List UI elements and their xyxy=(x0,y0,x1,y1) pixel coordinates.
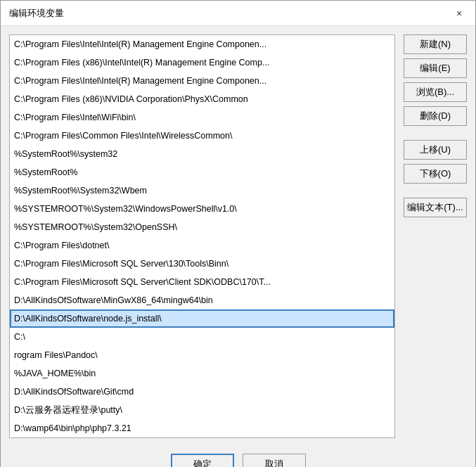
list-item[interactable]: %JAVA_HOME%\bin xyxy=(10,364,394,383)
list-item[interactable]: %SystemRoot%\System32\Wbem xyxy=(10,181,394,200)
dialog-body: C:\Program Files\Intel\Intel(R) Manageme… xyxy=(1,26,475,447)
dialog-title: 编辑环境变量 xyxy=(9,7,64,20)
move-down-button[interactable]: 下移(O) xyxy=(404,164,467,184)
close-button[interactable]: × xyxy=(451,6,467,21)
list-item[interactable]: C:\Program Files (x86)\NVIDIA Corporatio… xyxy=(10,90,394,108)
edit-text-button[interactable]: 编辑文本(T)... xyxy=(404,198,467,217)
title-bar: 编辑环境变量 × xyxy=(1,1,475,26)
browse-button[interactable]: 浏览(B)... xyxy=(404,82,467,102)
dialog-footer: 确定 取消 xyxy=(1,447,475,467)
env-list-container: C:\Program Files\Intel\Intel(R) Manageme… xyxy=(9,34,395,438)
edit-env-dialog: 编辑环境变量 × C:\Program Files\Intel\Intel(R)… xyxy=(0,0,476,467)
ok-button[interactable]: 确定 xyxy=(171,454,234,467)
list-item[interactable]: %SystemRoot% xyxy=(10,163,394,181)
move-up-button[interactable]: 上移(U) xyxy=(404,140,467,160)
list-item[interactable]: C:\ xyxy=(10,328,394,346)
list-item[interactable]: %SystemRoot%\system32 xyxy=(10,145,394,163)
list-item[interactable]: %SYSTEMROOT%\System32\WindowsPowerShell\… xyxy=(10,200,394,218)
list-item[interactable]: %SYSTEMROOT%\System32\OpenSSH\ xyxy=(10,218,394,236)
cancel-button[interactable]: 取消 xyxy=(243,454,306,467)
list-item[interactable]: D:\wamp64\bin\php\php7.3.21 xyxy=(10,419,394,437)
list-item[interactable]: C:\Program Files\Intel\WiFi\bin\ xyxy=(10,108,394,127)
action-buttons-panel: 新建(N) 编辑(E) 浏览(B)... 删除(D) 上移(U) 下移(O) 编… xyxy=(404,34,467,438)
list-item[interactable]: D:\AllKindsOfSoftware\MinGwX86_64\mingw6… xyxy=(10,291,394,309)
list-item[interactable]: C:\Program Files\Microsoft SQL Server\Cl… xyxy=(10,273,394,291)
delete-button[interactable]: 删除(D) xyxy=(404,106,467,126)
env-list-scroll[interactable]: C:\Program Files\Intel\Intel(R) Manageme… xyxy=(10,35,394,437)
list-item[interactable]: C:\Program Files (x86)\Intel\Intel(R) Ma… xyxy=(10,53,394,72)
list-item[interactable]: C:\Program Files\Microsoft SQL Server\13… xyxy=(10,255,394,273)
edit-button[interactable]: 编辑(E) xyxy=(404,58,467,78)
new-button[interactable]: 新建(N) xyxy=(404,34,467,54)
list-item[interactable]: C:\Program Files\Intel\Intel(R) Manageme… xyxy=(10,35,394,53)
list-item[interactable]: D:\云服务器远程登录\putty\ xyxy=(10,401,394,419)
list-item[interactable]: C:\Program Files\Intel\Intel(R) Manageme… xyxy=(10,72,394,90)
list-item[interactable]: C:\Program Files\Common Files\Intel\Wire… xyxy=(10,127,394,145)
list-item[interactable]: C:\Program Files\dotnet\ xyxy=(10,236,394,255)
list-item[interactable]: D:\AllKindsOfSoftware\Git\cmd xyxy=(10,383,394,401)
list-item[interactable]: D:\AllKindsOfSoftware\node.js_install\ xyxy=(10,309,394,328)
list-item[interactable]: rogram Files\Pandoc\ xyxy=(10,346,394,364)
